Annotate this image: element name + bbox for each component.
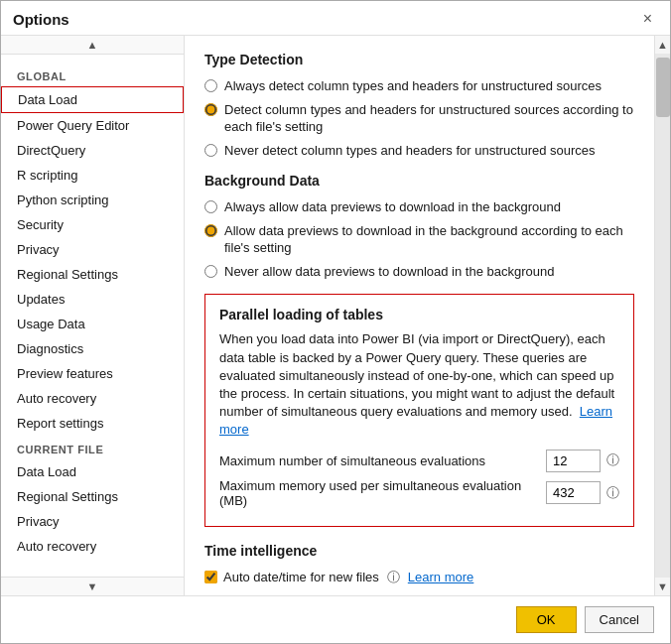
main-scroll-up-arrow[interactable]: ▲: [655, 36, 670, 54]
simultaneous-evaluations-input[interactable]: [546, 450, 601, 472]
background-data-label-2: Allow data previews to download in the b…: [224, 222, 634, 257]
main-content-wrapper: Type Detection Always detect column type…: [185, 36, 670, 595]
sidebar-item-power-query-editor[interactable]: Power Query Editor: [1, 113, 184, 138]
sidebar-item-privacy[interactable]: Privacy: [1, 237, 184, 262]
type-detection-heading: Type Detection: [204, 52, 634, 67]
dialog-footer: OK Cancel: [1, 595, 670, 643]
background-data-label-3: Never allow data previews to download in…: [224, 263, 554, 281]
type-detection-section: Type Detection Always detect column type…: [204, 52, 634, 159]
memory-per-evaluation-input[interactable]: [546, 481, 601, 504]
close-button[interactable]: ×: [637, 9, 658, 29]
parallel-loading-description: When you load data into Power BI (via im…: [219, 330, 619, 439]
background-data-radio-3[interactable]: [204, 265, 217, 278]
titlebar: Options ×: [1, 1, 670, 36]
sidebar: ▲ GLOBAL Data Load Power Query Editor Di…: [1, 36, 185, 595]
global-section-label: GLOBAL: [1, 63, 184, 86]
type-detection-option-1: Always detect column types and headers f…: [204, 77, 634, 95]
type-detection-label-1: Always detect column types and headers f…: [224, 77, 602, 95]
time-intelligence-heading: Time intelligence: [204, 543, 634, 559]
background-data-heading: Background Data: [204, 173, 634, 189]
sidebar-item-report-settings[interactable]: Report settings: [1, 411, 184, 436]
type-detection-label-3: Never detect column types and headers fo…: [224, 142, 596, 160]
sidebar-item-cf-privacy[interactable]: Privacy: [1, 509, 184, 534]
parallel-input-label-2: Maximum memory used per simultaneous eva…: [219, 478, 546, 508]
sidebar-item-data-load[interactable]: Data Load: [1, 86, 184, 113]
main-scroll-thumb[interactable]: [656, 58, 670, 117]
main-scroll-area: Type Detection Always detect column type…: [185, 36, 654, 595]
type-detection-radio-1[interactable]: [204, 79, 217, 92]
background-data-section: Background Data Always allow data previe…: [204, 173, 634, 280]
type-detection-radio-2[interactable]: [204, 103, 217, 116]
sidebar-item-security[interactable]: Security: [1, 212, 184, 237]
options-dialog: Options × ▲ GLOBAL Data Load Power Query…: [0, 0, 671, 644]
auto-datetime-checkbox-label: Auto date/time for new files: [204, 570, 379, 584]
background-data-option-1: Always allow data previews to download i…: [204, 198, 634, 216]
sidebar-item-updates[interactable]: Updates: [1, 287, 184, 312]
sidebar-item-regional-settings[interactable]: Regional Settings: [1, 262, 184, 287]
parallel-input-row-1: Maximum number of simultaneous evaluatio…: [219, 450, 619, 472]
parallel-inputs: Maximum number of simultaneous evaluatio…: [219, 450, 619, 508]
memory-per-evaluation-info-icon[interactable]: ⓘ: [606, 484, 619, 502]
cancel-button[interactable]: Cancel: [585, 606, 654, 633]
type-detection-radio-3[interactable]: [204, 144, 217, 157]
background-data-option-2: Allow data previews to download in the b…: [204, 222, 634, 257]
type-detection-label-2: Detect column types and headers for unst…: [224, 101, 634, 136]
current-file-section-label: CURRENT FILE: [1, 436, 184, 459]
sidebar-item-python-scripting[interactable]: Python scripting: [1, 188, 184, 212]
sidebar-scroll-up[interactable]: ▲: [1, 36, 184, 55]
dialog-title: Options: [13, 11, 69, 28]
background-data-option-3: Never allow data previews to download in…: [204, 263, 634, 281]
sidebar-scroll-area: GLOBAL Data Load Power Query Editor Dire…: [1, 55, 184, 577]
sidebar-scroll-down[interactable]: ▼: [1, 577, 184, 595]
auto-datetime-checkbox[interactable]: [204, 571, 217, 583]
sidebar-item-auto-recovery[interactable]: Auto recovery: [1, 386, 184, 411]
parallel-input-row-2: Maximum memory used per simultaneous eva…: [219, 478, 619, 508]
parallel-input-right-1: ⓘ: [546, 450, 619, 472]
main-scroll-down-arrow[interactable]: ▼: [655, 578, 670, 595]
time-intelligence-info-icon[interactable]: ⓘ: [387, 569, 400, 586]
type-detection-option-3: Never detect column types and headers fo…: [204, 142, 634, 160]
sidebar-item-cf-data-load[interactable]: Data Load: [1, 459, 184, 484]
sidebar-item-directquery[interactable]: DirectQuery: [1, 138, 184, 163]
dialog-body: ▲ GLOBAL Data Load Power Query Editor Di…: [1, 36, 670, 595]
parallel-loading-section: Parallel loading of tables When you load…: [204, 294, 634, 526]
background-data-radio-1[interactable]: [204, 200, 217, 213]
main-scroll-track: [655, 54, 670, 578]
sidebar-item-r-scripting[interactable]: R scripting: [1, 163, 184, 188]
parallel-input-label-1: Maximum number of simultaneous evaluatio…: [219, 453, 546, 468]
main-inner: Type Detection Always detect column type…: [185, 36, 670, 595]
time-intelligence-section: Time intelligence Auto date/time for new…: [204, 543, 634, 586]
time-intelligence-learn-more-link[interactable]: Learn more: [408, 570, 473, 584]
ok-button[interactable]: OK: [516, 606, 577, 633]
sidebar-item-cf-regional-settings[interactable]: Regional Settings: [1, 484, 184, 509]
type-detection-option-2: Detect column types and headers for unst…: [204, 101, 634, 136]
parallel-input-right-2: ⓘ: [546, 481, 619, 504]
sidebar-item-diagnostics[interactable]: Diagnostics: [1, 336, 184, 361]
background-data-radio-2[interactable]: [204, 224, 217, 237]
auto-datetime-label: Auto date/time for new files: [223, 570, 379, 584]
main-scrollbar: ▲ ▼: [654, 36, 670, 595]
sidebar-item-preview-features[interactable]: Preview features: [1, 361, 184, 386]
sidebar-item-usage-data[interactable]: Usage Data: [1, 312, 184, 336]
simultaneous-evaluations-info-icon[interactable]: ⓘ: [606, 451, 619, 469]
sidebar-item-cf-auto-recovery[interactable]: Auto recovery: [1, 534, 184, 559]
parallel-loading-heading: Parallel loading of tables: [219, 307, 619, 322]
background-data-label-1: Always allow data previews to download i…: [224, 198, 561, 216]
time-intelligence-options: Auto date/time for new files ⓘ Learn mor…: [204, 569, 634, 586]
